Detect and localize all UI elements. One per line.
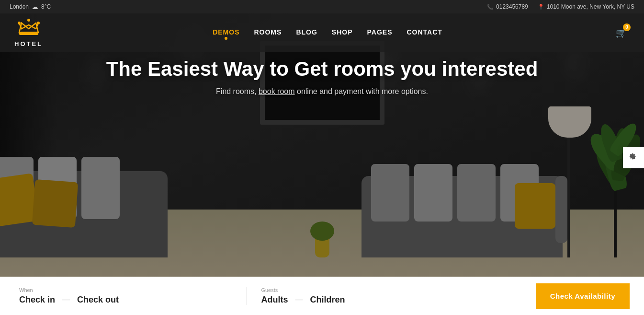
location-label: London [10,3,29,10]
nav-item-blog[interactable]: BLOG [296,28,317,38]
logo-text: HOTEL [14,40,43,47]
phone-info: 0123456789 [487,3,528,10]
when-dash: — [62,295,70,304]
svg-point-2 [27,19,30,22]
adults-value[interactable]: Adults [261,295,288,305]
guests-dash: — [295,295,303,304]
nav-item-pages[interactable]: PAGES [367,28,393,38]
location-icon [538,3,544,10]
nav-item-rooms[interactable]: ROOMS [254,28,282,38]
topbar-right: 0123456789 1010 Moon ave, New York, NY U… [487,3,634,10]
address-label: 1010 Moon ave, New York, NY US [547,3,634,10]
nav-item-contact[interactable]: CONTACT [407,28,442,38]
cart-badge: 0 [623,23,631,31]
nav-item-demos[interactable]: DEMOS [213,28,239,38]
temperature-label: 8°C [41,3,51,10]
nav-item-shop[interactable]: SHOP [332,28,353,38]
guests-row: Adults — Children [261,295,516,305]
header: HOTEL DEMOS ROOMS BLOG SHOP PAGES CONTAC… [0,13,644,52]
check-out-value[interactable]: Check out [77,295,119,305]
booking-bar: When Check in — Check out Guests Adults … [0,277,644,315]
cloud-icon [32,3,38,11]
settings-button[interactable] [623,147,644,168]
hero-content: The Easiest Way to Get rooms you interes… [0,58,644,96]
children-value[interactable]: Children [310,295,345,305]
main-nav: DEMOS ROOMS BLOG SHOP PAGES CONTACT [213,28,442,38]
header-right: 0 [612,24,630,42]
hero-title: The Easiest Way to Get rooms you interes… [19,58,625,81]
when-section: When Check in — Check out [14,287,247,305]
hero-subtitle: Find rooms, book room online and payment… [19,87,625,96]
check-availability-button[interactable]: Check Availability [536,283,630,309]
gear-icon [629,153,638,163]
guests-label: Guests [261,287,516,293]
phone-number: 0123456789 [496,3,528,10]
logo[interactable]: HOTEL [14,18,43,47]
address-info: 1010 Moon ave, New York, NY US [538,3,634,10]
logo-crown-icon [17,18,41,39]
when-label: When [19,287,232,293]
phone-icon [487,3,494,10]
topbar: London 8°C 0123456789 1010 Moon ave, New… [0,0,644,13]
check-in-value[interactable]: Check in [19,295,55,305]
when-row: Check in — Check out [19,295,232,305]
cart-button[interactable]: 0 [612,24,630,42]
topbar-left: London 8°C [10,3,51,11]
svg-rect-4 [19,32,38,35]
guests-section: Guests Adults — Children [247,287,531,305]
